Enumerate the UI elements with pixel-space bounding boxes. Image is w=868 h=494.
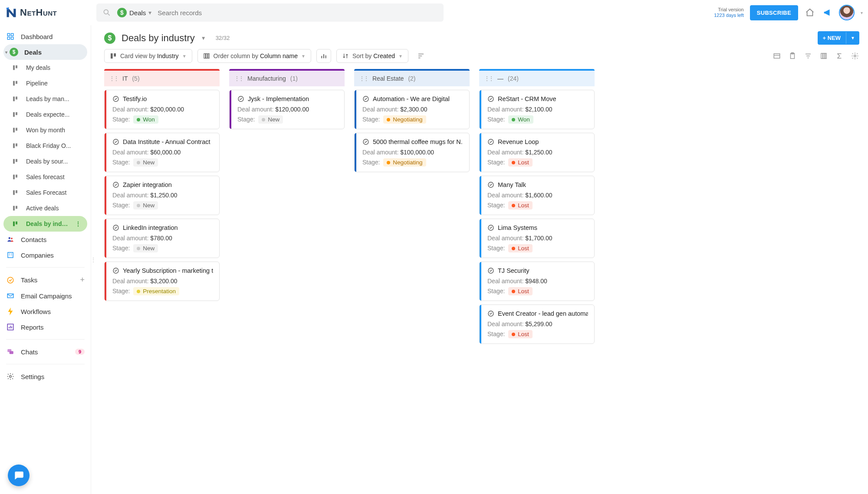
sidebar-settings-label: Settings	[21, 373, 85, 380]
deal-card[interactable]: Testify.ioDeal amount: $200,000.00Stage:…	[104, 90, 220, 129]
stage-chip: New	[133, 244, 158, 252]
sidebar-subitem-deals[interactable]: My deals	[0, 60, 91, 75]
card-title: Jysk - Implementation	[237, 95, 338, 102]
drag-handle-icon[interactable]: ⋮⋮	[234, 75, 243, 82]
card-view-selector[interactable]: Card view by Industry ▼	[104, 49, 192, 63]
user-avatar[interactable]	[839, 5, 855, 20]
column-header[interactable]: ⋮⋮Manufacturing(1)	[229, 69, 345, 86]
add-task-icon[interactable]: +	[80, 275, 85, 285]
svg-rect-10	[13, 97, 15, 101]
card-view-value: Industry	[157, 52, 179, 59]
column-name: IT	[122, 75, 128, 82]
sidebar-subitem-deals[interactable]: Deals expecte...	[0, 107, 91, 122]
deal-card[interactable]: TJ SecurityDeal amount: $948.00Stage: Lo…	[479, 262, 595, 301]
svg-rect-42	[10, 351, 13, 354]
column-header[interactable]: ⋮⋮—(24)	[479, 69, 595, 86]
sidebar-subitem-deals[interactable]: Sales Forecast	[0, 185, 91, 200]
deal-card[interactable]: 5000 thermal coffee mugs for N...Deal am…	[354, 133, 470, 172]
new-record-button[interactable]: + NEW ▼	[818, 31, 859, 45]
chevron-down-icon[interactable]: ▼	[201, 35, 206, 41]
sidebar-subitem-deals[interactable]: Deals by indu...⋮	[3, 216, 87, 232]
column-count: (24)	[508, 75, 519, 82]
deal-amount-row: Deal amount: $3,200.00	[112, 278, 213, 285]
sidebar-item-email-campaigns[interactable]: Email Campaigns	[0, 288, 91, 304]
sidebar-tasks-label: Tasks	[21, 276, 74, 284]
drag-handle-icon[interactable]: ⋮⋮	[359, 75, 368, 82]
filter-icon[interactable]	[804, 52, 812, 60]
column-header[interactable]: ⋮⋮IT(5)	[104, 69, 220, 86]
logo[interactable]: NetHunt	[5, 7, 92, 19]
sidebar-subitem-deals[interactable]: Pipeline	[0, 75, 91, 91]
stage-row: Stage: Won	[487, 115, 588, 124]
check-circle-icon	[112, 224, 119, 231]
megaphone-icon[interactable]	[822, 7, 833, 18]
deal-card[interactable]: Zapier integrationDeal amount: $1,250.00…	[104, 176, 220, 215]
clipboard-icon[interactable]	[788, 52, 797, 60]
sidebar-subitem-deals[interactable]: Deals by sour...	[0, 154, 91, 169]
column-header[interactable]: ⋮⋮Real Estate(2)	[354, 69, 470, 86]
avatar-caret[interactable]: ▾	[861, 10, 863, 15]
svg-rect-45	[114, 53, 116, 56]
deal-card[interactable]: Yearly Subscription - marketing t...Deal…	[104, 262, 220, 301]
stage-chip: Lost	[508, 244, 533, 252]
page-title[interactable]: Deals by industry	[122, 33, 195, 44]
sidebar-subitem-deals[interactable]: Active deals	[0, 200, 91, 216]
stage-chip: Lost	[508, 158, 533, 167]
columns-config-icon[interactable]	[819, 52, 828, 60]
stage-chip: Lost	[508, 287, 533, 295]
more-icon[interactable]: ⋮	[75, 220, 81, 227]
card-title: TJ Security	[487, 267, 588, 274]
search-input[interactable]	[158, 9, 437, 16]
collapse-icon[interactable]: ▾	[5, 50, 7, 55]
search-scope-pill[interactable]: $ Deals ▾	[117, 8, 151, 17]
sidebar-item-settings[interactable]: Settings	[0, 369, 91, 384]
deal-card[interactable]: Data Institute - Annual ContractDeal amo…	[104, 133, 220, 172]
card-list: Automation - We are DigitalDeal amount: …	[354, 90, 470, 172]
sigma-icon[interactable]	[835, 52, 844, 60]
sidebar-item-dashboard[interactable]: Dashboard	[0, 29, 91, 44]
sidebar-item-chats[interactable]: Chats 9	[0, 344, 91, 360]
deal-card[interactable]: Jysk - ImplementationDeal amount: $120,0…	[229, 90, 345, 129]
deal-card[interactable]: LinkedIn integrationDeal amount: $780.00…	[104, 219, 220, 258]
sidebar-item-companies[interactable]: Companies	[0, 247, 91, 263]
card-title: Many Talk	[487, 181, 588, 188]
drag-handle-icon[interactable]: ⋮⋮	[484, 75, 493, 82]
check-circle-icon	[362, 138, 369, 145]
sidebar-item-reports[interactable]: Reports	[0, 319, 91, 335]
deal-card[interactable]: Many TalkDeal amount: $1,600.00Stage: Lo…	[479, 176, 595, 215]
sidebar-item-tasks[interactable]: Tasks +	[0, 272, 91, 288]
order-prefix: Order column by	[214, 52, 260, 59]
chart-toggle[interactable]	[316, 49, 331, 63]
deal-card[interactable]: Lima SystemsDeal amount: $1,700.00Stage:…	[479, 219, 595, 258]
sidebar-subitem-deals[interactable]: Sales forecast	[0, 169, 91, 185]
trial-info: Trial version 1223 days left	[714, 7, 744, 18]
deal-card[interactable]: Automation - We are DigitalDeal amount: …	[354, 90, 470, 129]
svg-rect-46	[204, 54, 205, 59]
sidebar-subitem-deals[interactable]: Won by month	[0, 122, 91, 138]
searchbox[interactable]: $ Deals ▾	[96, 3, 444, 22]
column-count: (1)	[290, 75, 298, 82]
new-button-split[interactable]: ▼	[846, 32, 859, 44]
sidebar-item-contacts[interactable]: Contacts	[0, 232, 91, 247]
order-column-selector[interactable]: Order column by Column name ▼	[197, 49, 311, 63]
chevron-down-icon: ▼	[301, 54, 306, 59]
sort-lines-button[interactable]	[414, 49, 428, 63]
subscribe-button[interactable]: SUBSCRIBE	[750, 5, 798, 20]
home-icon[interactable]	[804, 7, 815, 18]
sidebar-item-workflows[interactable]: Workflows	[0, 304, 91, 319]
sidebar-subitem-deals[interactable]: Leads by man...	[0, 91, 91, 107]
sidebar-subitem-label: Pipeline	[26, 80, 85, 87]
chat-fab[interactable]	[8, 465, 30, 486]
drag-handle-icon[interactable]: ⋮⋮	[109, 75, 118, 82]
deal-card[interactable]: Revenue LoopDeal amount: $1,250.00Stage:…	[479, 133, 595, 172]
sidebar-resizer[interactable]: ⋮	[91, 25, 95, 494]
check-circle-icon	[487, 267, 494, 274]
settings-gear-icon[interactable]	[851, 52, 859, 60]
sort-selector[interactable]: Sort by Created ▼	[336, 49, 408, 63]
table-view-icon[interactable]	[773, 52, 781, 60]
sidebar-subitem-deals[interactable]: Black Friday O...	[0, 138, 91, 154]
deal-card[interactable]: ReStart - CRM MoveDeal amount: $2,100.00…	[479, 90, 595, 129]
deal-card[interactable]: Event Creator - lead gen automa...Deal a…	[479, 304, 595, 344]
sidebar-item-deals[interactable]: ▾ $ Deals	[3, 44, 87, 60]
card-list: Jysk - ImplementationDeal amount: $120,0…	[229, 90, 345, 129]
